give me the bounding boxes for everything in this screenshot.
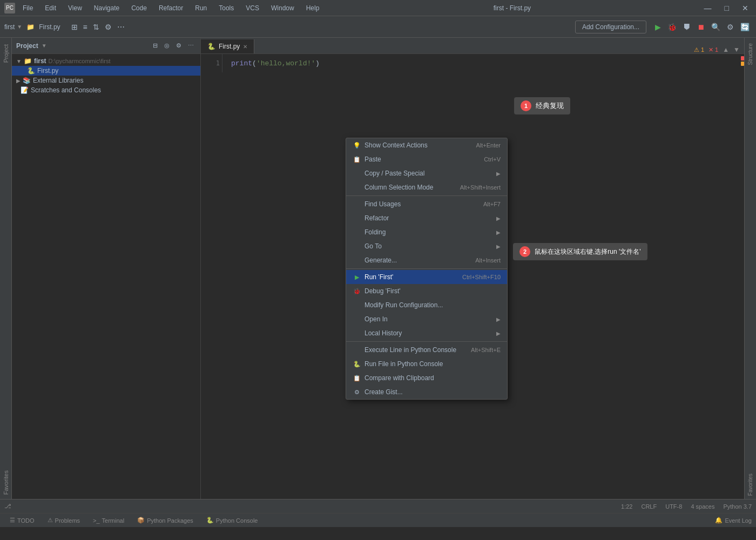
bottom-tab-python-packages[interactable]: 📦 Python Packages [132,516,199,525]
tab-close-icon[interactable]: ✕ [243,44,247,50]
app-menu-code[interactable]: Code [127,3,151,13]
problems-label: Problems [55,517,80,524]
ctx-run-first[interactable]: ▶ Run 'First' Ctrl+Shift+F10 [346,270,507,284]
ctx-shortcut-execute: Alt+Shift+E [471,347,501,353]
ctx-run-file-python[interactable]: 🐍 Run File in Python Console [346,357,507,371]
project-sidebar-tab[interactable]: Project [2,40,10,67]
ctx-shortcut-column: Alt+Shift+Insert [460,184,501,191]
app-menu-tools[interactable]: Tools [214,3,238,13]
ctx-paste-icon: 📋 [353,155,361,164]
ctx-compare-clipboard[interactable]: 📋 Compare with Clipboard [346,371,507,385]
ctx-modify-icon [353,301,361,309]
bottom-tab-terminal[interactable]: >_ Terminal [87,516,130,525]
app-menu-view[interactable]: View [64,3,86,13]
app-menu-help[interactable]: Help [302,3,324,13]
event-log-button[interactable]: 🔔 Event Log [715,517,752,524]
app-menu-window[interactable]: Window [267,3,299,13]
ctx-refactor[interactable]: Refactor ▶ [346,211,507,225]
tree-root-item[interactable]: ▼ 📁 first D:\pycharmcommic\first [12,56,200,66]
structure-tab[interactable]: Structure [746,40,754,69]
ctx-separator-2 [346,268,507,269]
editor-indicators: ⚠ 1 ✕ 1 ▲ ▼ [690,46,744,53]
app-menu-edit[interactable]: Edit [40,3,60,13]
app-menu-run[interactable]: Run [191,3,211,13]
toolbar: first ▼ 📁 First.py ⊞ ≡ ⇅ ⚙ ⋯ Add Configu… [0,16,756,38]
code-area[interactable]: print('hello,world!') [227,54,744,73]
favorites-tab-right[interactable]: Favorites [746,470,754,499]
ctx-execute-line[interactable]: Execute Line in Python Console Alt+Shift… [346,343,507,357]
ctx-paste[interactable]: 📋 Paste Ctrl+V [346,152,507,166]
ctx-label-run-first: Run 'First' [364,273,393,281]
favorites-sidebar-tab[interactable]: Favorites [2,466,10,499]
run-button[interactable]: ▶ [653,22,663,32]
tree-scratches-item[interactable]: 📝 Scratches and Consoles [12,85,200,95]
charset-indicator[interactable]: UTF-8 [665,503,682,510]
ctx-goto[interactable]: Go To ▶ [346,239,507,253]
ctx-copy-paste-special[interactable]: Copy / Paste Special ▶ [346,166,507,180]
search-icon[interactable]: 🔍 [709,22,723,32]
maximize-button[interactable]: □ [721,3,732,14]
bottom-tab-todo[interactable]: ☰ TODO [4,516,40,525]
app-menu-refactor[interactable]: Refactor [154,3,187,13]
coverage-button[interactable]: ⛊ [681,22,693,32]
stop-button[interactable]: ⏹ [695,22,707,32]
project-locate-icon[interactable]: ◎ [162,41,172,50]
app-menu-file[interactable]: File [18,3,37,13]
project-dropdown-icon[interactable]: ▼ [42,43,47,49]
terminal-icon: >_ [93,517,100,524]
python-version-indicator[interactable]: Python 3.7 [723,503,752,510]
ctx-folding[interactable]: Folding ▶ [346,225,507,239]
tooltip2-text: 鼠标在这块区域右键,选择run '文件名' [535,247,641,256]
ctx-modify-run[interactable]: Modify Run Configuration... [346,298,507,312]
ctx-shortcut-run: Ctrl+Shift+F10 [462,274,501,280]
project-more-icon[interactable]: ⋯ [186,41,196,50]
ctx-column-selection[interactable]: Column Selection Mode Alt+Shift+Insert [346,180,507,194]
ctx-generate[interactable]: Generate... Alt+Insert [346,253,507,267]
title-bar: PC File Edit View Navigate Code Refactor… [0,0,756,16]
project-collapse-all-icon[interactable]: ⊟ [151,41,160,50]
tree-external-libs-item[interactable]: ▶ 📚 External Libraries [12,76,200,85]
toolbar-gear-icon[interactable]: ⚙ [103,22,114,32]
project-panel: Project ▼ ⊟ ◎ ⚙ ⋯ ▼ 📁 first D:\pycharmco… [12,38,201,499]
toolbar-dropdown-icon[interactable]: ▼ [17,24,22,30]
ctx-shortcut-generate: Alt+Insert [475,257,501,264]
ctx-label-copy-paste-special: Copy / Paste Special [364,170,424,177]
debug-button[interactable]: 🐞 [665,22,679,32]
ctx-create-gist[interactable]: ⚙ Create Gist... [346,385,507,399]
ctx-open-in[interactable]: Open In ▶ [346,312,507,326]
collapse-icon[interactable]: ▼ [733,46,740,53]
line-ending-indicator[interactable]: CRLF [641,503,657,510]
expand-icon[interactable]: ▲ [723,46,729,53]
toolbar-dots-icon[interactable]: ⋯ [115,22,127,32]
close-button[interactable]: ✕ [739,3,752,14]
bottom-tab-python-console[interactable]: 🐍 Python Console [201,516,264,525]
problems-icon: ⚠ [48,517,53,524]
settings-icon[interactable]: ⚙ [725,22,736,32]
ctx-debug-first[interactable]: 🐞 Debug 'First' [346,284,507,298]
add-configuration-button[interactable]: Add Configuration... [575,21,646,33]
line-col-indicator[interactable]: 1:22 [621,503,632,510]
tooltip2-badge: 2 [519,246,530,257]
ctx-find-usages[interactable]: Find Usages Alt+F7 [346,197,507,211]
minimize-button[interactable]: — [701,3,715,14]
ctx-show-context-actions[interactable]: 💡 Show Context Actions Alt+Enter [346,138,507,152]
git-icon: ⎇ [4,503,11,510]
tree-file-label: First.py [37,67,58,75]
toolbar-sort-icon[interactable]: ⇅ [91,22,102,32]
app-menu-vcs[interactable]: VCS [241,3,264,13]
tooltip1-badge: 1 [521,100,531,111]
bottom-tab-problems[interactable]: ⚠ Problems [42,516,85,525]
ctx-label-find-usages: Find Usages [364,200,401,208]
app-menu-navigate[interactable]: Navigate [90,3,124,13]
tab-first-py[interactable]: 🐍 First.py ✕ [201,39,254,53]
toolbar-layout-icon[interactable]: ⊞ [69,22,80,32]
ctx-label-open-in: Open In [364,315,388,323]
project-gear-icon[interactable]: ⚙ [174,41,184,50]
indent-indicator[interactable]: 4 spaces [691,503,714,510]
ctx-label-debug-first: Debug 'First' [364,287,401,295]
tree-file-item[interactable]: 🐍 First.py [12,66,200,76]
toolbar-collapse-icon[interactable]: ≡ [81,22,90,32]
todo-label: TODO [17,517,35,524]
update-icon[interactable]: 🔄 [738,22,752,32]
ctx-local-history[interactable]: Local History ▶ [346,326,507,340]
